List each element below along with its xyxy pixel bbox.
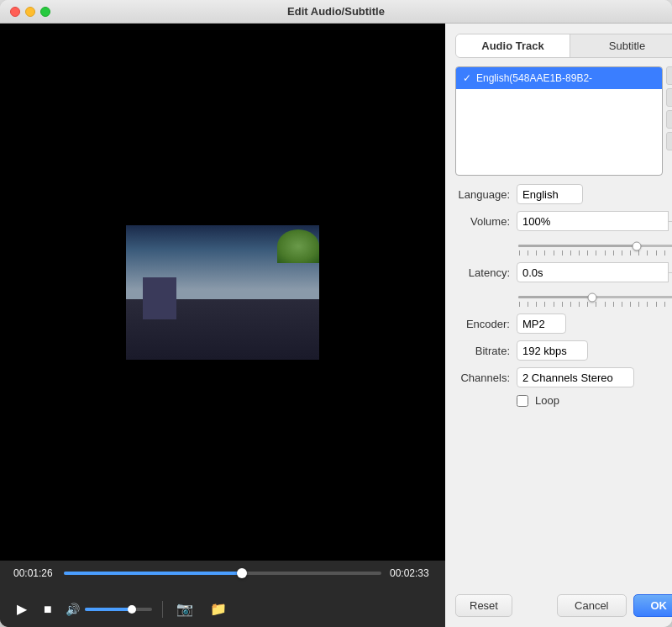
latency-range-thumb[interactable] <box>588 292 597 302</box>
tick <box>519 302 520 307</box>
tick <box>570 302 571 307</box>
minimize-button[interactable] <box>25 7 35 17</box>
tick <box>647 250 648 256</box>
track-up-button[interactable]: ▲ <box>666 110 672 129</box>
encoder-label: Encoder: <box>455 318 510 330</box>
title-bar: Edit Audio/Subtitle <box>0 0 672 24</box>
language-select-wrapper: English French Spanish ▼ <box>517 184 672 204</box>
stop-button[interactable]: ■ <box>40 598 55 620</box>
channels-label: Channels: <box>455 371 510 384</box>
volume-range-wrap <box>517 238 672 256</box>
track-actions: + × ▲ ▼ <box>666 66 672 176</box>
volume-spinner-arrows: ▲ ▼ <box>668 211 672 231</box>
latency-spinner-arrows: ▲ ▼ <box>668 262 672 282</box>
tick <box>664 302 665 307</box>
time-row: 00:01:26 00:02:33 <box>13 567 432 579</box>
language-select[interactable]: English French Spanish <box>517 184 583 204</box>
tick <box>562 250 563 256</box>
controls-row: ▶ ■ 🔊 📷 📁 <box>0 591 445 627</box>
tick <box>544 302 545 307</box>
tick <box>579 250 580 256</box>
latency-input[interactable] <box>517 262 672 282</box>
tick <box>605 302 606 307</box>
bitrate-row: Bitrate: 128 kbps 192 kbps 256 kbps 320 … <box>455 340 672 361</box>
volume-slider[interactable] <box>85 608 152 611</box>
latency-ticks <box>518 302 672 307</box>
loop-row: Loop <box>455 394 672 407</box>
window-title: Edit Audio/Subtitle <box>287 5 385 18</box>
volume-up-button[interactable]: ▲ <box>669 211 672 222</box>
video-panel: 00:01:26 00:02:33 ▶ ■ 🔊 <box>0 24 445 627</box>
volume-thumb[interactable] <box>128 605 136 614</box>
video-building <box>143 277 176 319</box>
loop-label: Loop <box>535 394 559 407</box>
bitrate-select-wrapper: 128 kbps 192 kbps 256 kbps 320 kbps ▼ <box>517 340 672 361</box>
volume-down-button[interactable]: ▼ <box>669 222 672 232</box>
folder-button[interactable]: 📁 <box>207 598 230 620</box>
controls-divider <box>162 601 163 618</box>
volume-range-thumb[interactable] <box>633 241 642 250</box>
progress-bar[interactable] <box>64 572 381 575</box>
track-label: English(548AAE1B-89B2- <box>476 72 655 84</box>
form-rows: Language: English French Spanish ▼ Volum… <box>455 184 672 407</box>
volume-area: 🔊 <box>66 603 152 616</box>
tick <box>570 250 571 256</box>
traffic-lights <box>10 7 50 17</box>
tab-audio-track[interactable]: Audio Track <box>456 34 570 57</box>
latency-label: Latency: <box>455 266 510 279</box>
track-remove-button[interactable]: × <box>666 88 672 107</box>
current-time: 00:01:26 <box>13 567 55 579</box>
tick <box>596 302 596 307</box>
maximize-button[interactable] <box>40 7 50 17</box>
tick <box>647 302 648 307</box>
volume-range-bg[interactable] <box>518 245 672 247</box>
bitrate-select[interactable]: 128 kbps 192 kbps 256 kbps 320 kbps <box>517 340 588 361</box>
cancel-button[interactable]: Cancel <box>557 594 626 617</box>
close-button[interactable] <box>10 7 20 17</box>
channels-select-wrapper: Mono 2 Channels Stereo 5.1 Surround ▼ <box>517 367 672 387</box>
progress-fill <box>64 572 242 575</box>
video-area <box>0 24 445 561</box>
play-button[interactable]: ▶ <box>13 598 30 620</box>
tick <box>638 250 639 256</box>
video-thumbnail <box>126 225 319 360</box>
tick <box>630 302 631 307</box>
volume-range-fill <box>518 245 637 247</box>
loop-checkbox[interactable] <box>517 395 528 407</box>
progress-thumb[interactable] <box>237 568 247 578</box>
encoder-select[interactable]: MP2 MP3 AAC <box>517 314 566 334</box>
channels-select[interactable]: Mono 2 Channels Stereo 5.1 Surround <box>517 367 634 387</box>
tick <box>544 250 545 256</box>
reset-button[interactable]: Reset <box>455 594 512 617</box>
encoder-select-wrapper: MP2 MP3 AAC ▼ <box>517 314 672 334</box>
volume-input[interactable] <box>517 211 672 231</box>
tick <box>554 250 554 256</box>
latency-spinner-wrapper: ▲ ▼ <box>517 262 672 282</box>
tab-subtitle[interactable]: Subtitle <box>570 34 672 57</box>
list-item[interactable]: ✓ English(548AAE1B-89B2- <box>456 67 662 89</box>
content-area: 00:01:26 00:02:33 ▶ ■ 🔊 <box>0 24 672 627</box>
latency-range-bg[interactable] <box>518 296 672 298</box>
volume-label: Volume: <box>455 215 510 228</box>
volume-row: Volume: ▲ ▼ <box>455 211 672 231</box>
track-add-button[interactable]: + <box>666 66 672 85</box>
track-list: ✓ English(548AAE1B-89B2- <box>455 66 663 176</box>
latency-range-fill <box>518 296 592 298</box>
language-row: Language: English French Spanish ▼ <box>455 184 672 204</box>
snapshot-button[interactable]: 📷 <box>173 598 197 620</box>
ok-button[interactable]: OK <box>633 594 673 617</box>
bitrate-label: Bitrate: <box>455 345 510 357</box>
latency-down-button[interactable]: ▼ <box>669 273 672 283</box>
language-label: Language: <box>455 188 510 201</box>
tick <box>605 250 606 256</box>
tick <box>622 302 622 307</box>
latency-up-button[interactable]: ▲ <box>669 262 672 273</box>
latency-row: Latency: ▲ ▼ <box>455 262 672 282</box>
tick <box>536 250 537 256</box>
track-down-button[interactable]: ▼ <box>666 132 672 150</box>
tick <box>664 250 665 256</box>
tick <box>579 302 580 307</box>
tick <box>528 302 528 307</box>
volume-icon: 🔊 <box>66 603 80 616</box>
tick <box>630 250 631 256</box>
